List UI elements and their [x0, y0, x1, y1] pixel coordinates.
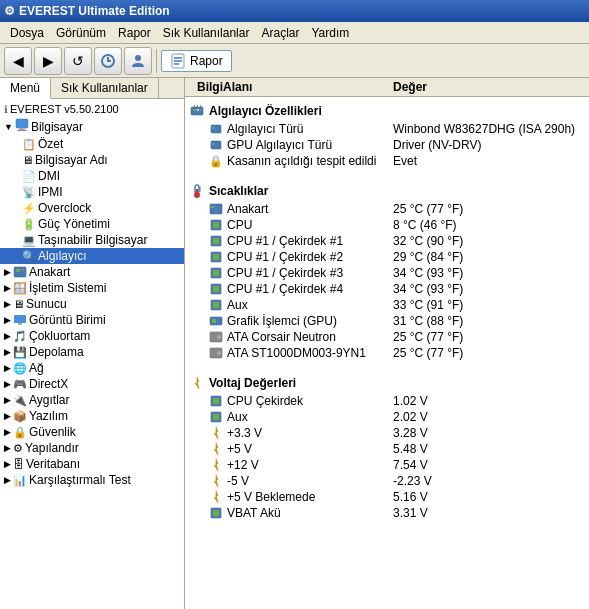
update-button[interactable] — [94, 47, 122, 75]
tree-isletim[interactable]: ▶ 🪟 İşletim Sistemi — [0, 280, 184, 296]
rapor-button[interactable]: Rapor — [161, 50, 232, 72]
menu-sik-kullanilanlar[interactable]: Sık Kullanılanlar — [157, 24, 256, 42]
goruntubirimi-expand: ▶ — [4, 315, 11, 325]
row-cpu1-c3-value: 34 °C (93 °F) — [393, 266, 581, 280]
tree-bilgisayar[interactable]: ▼ Bilgisayar — [0, 117, 184, 136]
bilgisayar-adi-icon: 🖥 — [22, 154, 33, 166]
menu-araclar[interactable]: Araçlar — [255, 24, 305, 42]
tree-algilayici[interactable]: 🔍 Algılayıcı — [0, 248, 184, 264]
svg-point-48 — [217, 335, 221, 339]
tree-aygitlar[interactable]: ▶ 🔌 Aygıtlar — [0, 392, 184, 408]
row-12v: +12 V 7.54 V — [185, 457, 589, 473]
svg-rect-55 — [213, 414, 219, 420]
cokluortam-label: Çokluortam — [29, 329, 90, 343]
row-kasa: 🔒 Kasanın açıldığı tespit edildi Evet — [185, 153, 589, 169]
tree-ozet[interactable]: 📋 Özet — [0, 136, 184, 152]
tree-guc[interactable]: 🔋 Güç Yönetimi — [0, 216, 184, 232]
row-cpu1-c1-value: 32 °C (90 °F) — [393, 234, 581, 248]
tab-bar: Menü Sık Kullanılanlar — [0, 78, 184, 99]
tree-version: ℹ EVEREST v5.50.2100 — [0, 101, 184, 117]
section-sicakliklar: Sıcaklıklar Anakart 25 °C (77 °F) CPU 8 … — [185, 177, 589, 361]
row-ata-corsair-name: ATA Corsair Neutron — [193, 330, 393, 344]
tree-tasinabilir[interactable]: 💻 Taşınabilir Bilgisayar — [0, 232, 184, 248]
forward-button[interactable]: ▶ — [34, 47, 62, 75]
aygitlar-expand: ▶ — [4, 395, 11, 405]
tree-anakart[interactable]: ▶ Anakart — [0, 264, 184, 280]
sunucu-expand: ▶ — [4, 299, 11, 309]
menu-yardim[interactable]: Yardım — [305, 24, 355, 42]
row-cpu-name: CPU — [193, 218, 393, 232]
tree-karsilastirmali[interactable]: ▶ 📊 Karşılaştırmalı Test — [0, 472, 184, 488]
svg-rect-7 — [19, 128, 25, 130]
bilgisayar-adi-label: Bilgisayar Adı — [35, 153, 108, 167]
refresh-button[interactable]: ↺ — [64, 47, 92, 75]
tree-dmi[interactable]: 📄 DMI — [0, 168, 184, 184]
yapilandir-icon: ⚙ — [13, 442, 23, 455]
tree-guvenlik[interactable]: ▶ 🔒 Güvenlik — [0, 424, 184, 440]
directx-label: DirectX — [29, 377, 68, 391]
yazilim-label: Yazılım — [29, 409, 68, 423]
menu-gorunum[interactable]: Görünüm — [50, 24, 112, 42]
tree-bilgisayar-adi[interactable]: 🖥 Bilgisayar Adı — [0, 152, 184, 168]
svg-rect-12 — [14, 315, 26, 323]
svg-rect-13 — [18, 323, 22, 325]
tree-cokluortam[interactable]: ▶ 🎵 Çokluortam — [0, 328, 184, 344]
tab-menu[interactable]: Menü — [0, 78, 51, 99]
row-gpu-value: 31 °C (88 °F) — [393, 314, 581, 328]
row-cpu-cekirdek-value: 1.02 V — [393, 394, 581, 408]
tree-ag[interactable]: ▶ 🌐 Ağ — [0, 360, 184, 376]
tab-favorites[interactable]: Sık Kullanılanlar — [51, 78, 159, 98]
row-33v: +3.3 V 3.28 V — [185, 425, 589, 441]
tree-overclock[interactable]: ⚡ Overclock — [0, 200, 184, 216]
veritabani-label: Veritabanı — [26, 457, 80, 471]
svg-marker-59 — [214, 475, 218, 487]
gpu-icon — [209, 314, 223, 328]
svg-rect-40 — [213, 270, 219, 276]
tree-goruntubirimi[interactable]: ▶ Görüntü Birimi — [0, 312, 184, 328]
tree: ℹ EVEREST v5.50.2100 ▼ Bilgisayar 📋 Özet… — [0, 99, 184, 490]
row-algilayici-turu-value: Winbond W83627DHG (ISA 290h) — [393, 122, 581, 136]
tree-depolama[interactable]: ▶ 💾 Depolama — [0, 344, 184, 360]
anakart-temp-icon — [209, 202, 223, 216]
row-minus5v: -5 V -2.23 V — [185, 473, 589, 489]
row-vbat-value: 3.31 V — [393, 506, 581, 520]
row-gpu: Grafik İşlemci (GPU) 31 °C (88 °F) — [185, 313, 589, 329]
tree-veritabani[interactable]: ▶ 🗄 Veritabanı — [0, 456, 184, 472]
guvenlik-label: Güvenlik — [29, 425, 76, 439]
row-vbat: VBAT Akü 3.31 V — [185, 505, 589, 521]
33v-icon — [209, 426, 223, 440]
temp-section-icon — [189, 183, 205, 199]
isletim-label: İşletim Sistemi — [29, 281, 106, 295]
app-title: EVEREST Ultimate Edition — [19, 4, 170, 18]
row-kasa-value: Evet — [393, 154, 581, 168]
tree-ipmi[interactable]: 📡 IPMI — [0, 184, 184, 200]
yapilandir-label: Yapılandır — [25, 441, 79, 455]
tree-directx[interactable]: ▶ 🎮 DirectX — [0, 376, 184, 392]
tree-yazilim[interactable]: ▶ 📦 Yazılım — [0, 408, 184, 424]
row-cpu1-c4-value: 34 °C (93 °F) — [393, 282, 581, 296]
row-cpu1-c4-name: CPU #1 / Çekirdek #4 — [193, 282, 393, 296]
ozet-icon: 📋 — [22, 138, 36, 151]
svg-rect-36 — [213, 238, 219, 244]
ipmi-icon: 📡 — [22, 186, 36, 199]
dmi-label: DMI — [38, 169, 60, 183]
5vbkl-icon — [209, 490, 223, 504]
left-panel: Menü Sık Kullanılanlar ℹ EVEREST v5.50.2… — [0, 78, 185, 609]
bilgisayar-label: Bilgisayar — [31, 120, 83, 134]
menu-rapor[interactable]: Rapor — [112, 24, 157, 42]
ag-label: Ağ — [29, 361, 44, 375]
tree-sunucu[interactable]: ▶ 🖥 Sunucu — [0, 296, 184, 312]
tree-yapilandir[interactable]: ▶ ⚙ Yapılandır — [0, 440, 184, 456]
row-algilayici-turu-name: Algılayıcı Türü — [193, 122, 393, 136]
chip-icon — [209, 122, 223, 136]
user-button[interactable] — [124, 47, 152, 75]
algilayici-icon: 🔍 — [22, 250, 36, 263]
bilgisayar-icon — [15, 118, 29, 135]
back-button[interactable]: ◀ — [4, 47, 32, 75]
menu-dosya[interactable]: Dosya — [4, 24, 50, 42]
row-cpu-value: 8 °C (46 °F) — [393, 218, 581, 232]
row-ata-corsair-value: 25 °C (77 °F) — [393, 330, 581, 344]
aux-icon — [209, 298, 223, 312]
algilayici-label: Algılayıcı — [38, 249, 87, 263]
tasinabilir-icon: 💻 — [22, 234, 36, 247]
